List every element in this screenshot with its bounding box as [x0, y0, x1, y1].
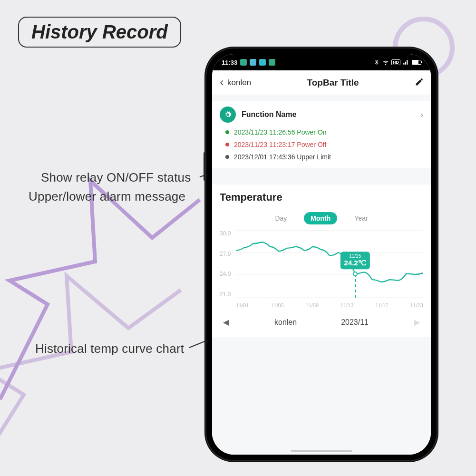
- event-item: 2023/11/23 11:26:56 Power On: [225, 128, 423, 136]
- chart-x-axis: 11/0111/0511/0911/1311/1711/23: [236, 302, 423, 308]
- event-text: 2023/12/01 17:43:36 Upper Limit: [234, 153, 331, 161]
- event-dot: [225, 155, 229, 159]
- x-tick: 11/01: [236, 302, 249, 308]
- gear-icon: [220, 107, 236, 123]
- event-text: 2023/11/23 11:23:17 Power Off: [234, 141, 326, 148]
- footer-device: konlen: [274, 318, 297, 327]
- y-tick: 21.0: [220, 291, 236, 298]
- chevron-right-icon: ›: [420, 110, 423, 120]
- temperature-section: Temperature Day Month Year 30.027.024.02…: [212, 185, 431, 337]
- next-period-button[interactable]: ▶: [413, 318, 421, 327]
- footer-nav: ◀ konlen 2023/11 ▶: [212, 311, 431, 330]
- status-time: 11:33: [222, 59, 237, 66]
- status-app-icon-2: [250, 59, 256, 66]
- function-card: Function Name › 2023/11/23 11:26:56 Powe…: [212, 101, 431, 168]
- tooltip-date: 11/15: [344, 253, 366, 259]
- annotation-relay: Show relay ON/OFF status: [41, 170, 191, 185]
- tab-month[interactable]: Month: [304, 212, 337, 224]
- function-row[interactable]: Function Name ›: [220, 107, 423, 123]
- tab-day[interactable]: Day: [268, 212, 293, 224]
- event-list: 2023/11/23 11:26:56 Power On2023/11/23 1…: [220, 128, 423, 161]
- chart-plot: 11/15 24.2℃: [236, 230, 423, 298]
- body-area: Function Name › 2023/11/23 11:26:56 Powe…: [212, 95, 431, 455]
- x-tick: 11/05: [271, 302, 284, 308]
- range-tabs: Day Month Year: [212, 212, 431, 224]
- phone-frame: 11:33 • konlen HD konlen TopBar Tit: [205, 48, 437, 461]
- function-label: Function Name: [242, 110, 415, 119]
- x-tick: 11/17: [375, 302, 389, 308]
- pencil-icon: [415, 77, 424, 87]
- event-item: 2023/12/01 17:43:36 Upper Limit: [225, 153, 423, 161]
- status-app-icon-4: [269, 59, 275, 66]
- title-bar: konlen TopBar Title: [212, 70, 431, 95]
- back-button[interactable]: konlen: [219, 78, 251, 87]
- phone-notch: [276, 54, 367, 68]
- event-dot: [225, 130, 229, 134]
- event-item: 2023/11/23 11:23:17 Power Off: [225, 141, 423, 148]
- prev-period-button[interactable]: ◀: [222, 318, 230, 327]
- tab-year[interactable]: Year: [348, 212, 374, 224]
- y-tick: 24.0: [220, 271, 236, 277]
- chart-y-axis: 30.027.024.021.0: [220, 230, 236, 298]
- edit-button[interactable]: [415, 77, 424, 88]
- back-label: konlen: [227, 78, 251, 87]
- x-tick: 11/13: [340, 302, 354, 308]
- page-title: History Record: [18, 17, 181, 48]
- bg-star-deco: [0, 57, 219, 466]
- home-indicator: [291, 450, 352, 452]
- hd-icon: HD: [391, 59, 400, 65]
- annotation-alarm: Upper/lower alarm message: [29, 189, 185, 204]
- tooltip-value: 24.2℃: [344, 259, 366, 267]
- footer-period: 2023/11: [341, 318, 369, 327]
- status-app-icon-3: [259, 59, 266, 66]
- chart-tooltip: 11/15 24.2℃: [340, 252, 370, 269]
- temperature-heading: Temperature: [212, 191, 431, 208]
- wifi-icon: [382, 59, 389, 66]
- x-tick: 11/09: [306, 302, 319, 308]
- event-dot: [225, 143, 229, 146]
- event-text: 2023/11/23 11:26:56 Power On: [234, 128, 327, 136]
- signal-icon: [403, 59, 409, 66]
- phone-screen: 11:33 • konlen HD konlen TopBar Tit: [212, 54, 431, 455]
- y-tick: 27.0: [220, 251, 236, 257]
- battery-icon: [412, 60, 421, 65]
- status-app-icon-1: [240, 59, 247, 66]
- chart[interactable]: 30.027.024.021.0: [212, 230, 431, 311]
- chart-highlight-line: [355, 274, 356, 298]
- bluetooth-icon: [373, 59, 380, 66]
- chevron-left-icon: [219, 78, 225, 87]
- page-heading: TopBar Title: [307, 78, 359, 88]
- annotation-curve: Historical temp curve chart: [35, 341, 184, 356]
- y-tick: 30.0: [220, 230, 236, 237]
- x-tick: 11/23: [410, 302, 423, 308]
- chart-marker: [353, 272, 358, 276]
